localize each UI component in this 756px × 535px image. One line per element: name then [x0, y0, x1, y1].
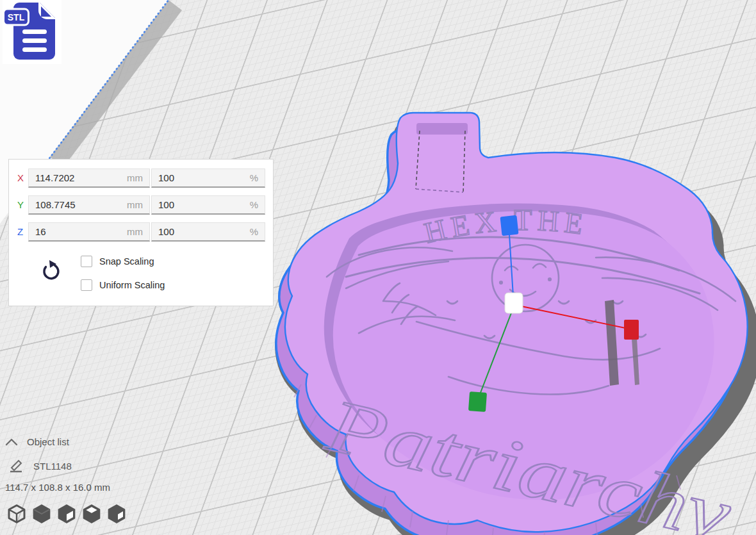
z-axis-label: Z [17, 222, 29, 242]
z-percent-input[interactable]: 100 % [151, 222, 265, 242]
scale-row-y: Y 108.7745 mm 100 % [9, 195, 273, 215]
camera-view-toolbar [6, 504, 127, 524]
uniform-scaling-label: Uniform Scaling [99, 280, 165, 290]
model-dimensions-readout: 114.7 x 108.8 x 16.0 mm [5, 482, 110, 493]
snap-scaling-option: Snap Scaling [81, 255, 154, 268]
z-size-input[interactable]: 16 mm [28, 222, 150, 242]
z-size-value: 16 [35, 223, 46, 240]
viewport[interactable]: HEX THE Patriarchy [0, 0, 756, 535]
z-percent-value: 100 [158, 223, 174, 240]
model-freshie-mold[interactable]: HEX THE Patriarchy [275, 113, 756, 535]
y-percent-value: 100 [158, 196, 174, 213]
view-top-button[interactable] [81, 504, 102, 524]
cube-front-view-icon [56, 504, 77, 524]
gizmo-center-handle[interactable] [505, 293, 523, 313]
cube-3d-view-icon [6, 504, 27, 524]
x-size-unit: mm [127, 169, 143, 186]
x-percent-value: 100 [158, 169, 174, 186]
x-percent-unit: % [250, 169, 258, 186]
y-percent-unit: % [250, 196, 258, 213]
document-line [22, 47, 47, 52]
reset-scale-button[interactable] [38, 259, 62, 284]
y-size-input[interactable]: 108.7745 mm [28, 195, 150, 215]
y-size-unit: mm [127, 196, 143, 213]
object-list-header: Object list [5, 436, 69, 447]
document-line [22, 29, 47, 34]
view-solid-button[interactable] [31, 504, 52, 524]
y-size-value: 108.7745 [35, 196, 76, 213]
chevron-up-icon[interactable] [5, 438, 18, 446]
pencil-icon [9, 459, 23, 473]
view-3d-button[interactable] [6, 504, 27, 524]
document-line [22, 38, 47, 43]
gizmo-z-handle[interactable] [500, 215, 519, 236]
scale-row-z: Z 16 mm 100 % [9, 222, 273, 242]
snap-scaling-label: Snap Scaling [99, 256, 154, 267]
z-size-unit: mm [127, 223, 143, 240]
uniform-scaling-option: Uniform Scaling [81, 279, 165, 292]
view-side-button[interactable] [106, 504, 127, 524]
uniform-scaling-checkbox[interactable] [81, 279, 92, 291]
scale-tool-panel: X 114.7202 mm 100 % Y 108.7745 mm 100 % … [8, 159, 274, 306]
x-size-input[interactable]: 114.7202 mm [28, 169, 150, 188]
cube-side-view-icon [106, 504, 127, 524]
cube-top-view-icon [81, 504, 102, 524]
stl-badge-label: STL [8, 12, 25, 22]
z-percent-unit: % [250, 223, 258, 240]
cube-solid-view-icon [31, 504, 52, 524]
view-front-button[interactable] [56, 504, 77, 524]
y-percent-input[interactable]: 100 % [151, 195, 265, 215]
gizmo-x-handle[interactable] [624, 320, 639, 340]
object-item-name: STL1148 [33, 461, 72, 472]
scale-row-x: X 114.7202 mm 100 % [9, 169, 273, 188]
object-list-item[interactable]: STL1148 [9, 459, 72, 473]
y-axis-label: Y [17, 195, 29, 215]
x-size-value: 114.7202 [35, 169, 74, 186]
x-axis-label: X [17, 169, 29, 188]
gizmo-y-handle[interactable] [468, 391, 487, 412]
object-list-title[interactable]: Object list [27, 436, 69, 447]
reset-icon [39, 259, 61, 283]
x-percent-input[interactable]: 100 % [151, 169, 265, 188]
snap-scaling-checkbox[interactable] [81, 256, 92, 267]
stl-file-icon: STL [3, 0, 62, 64]
